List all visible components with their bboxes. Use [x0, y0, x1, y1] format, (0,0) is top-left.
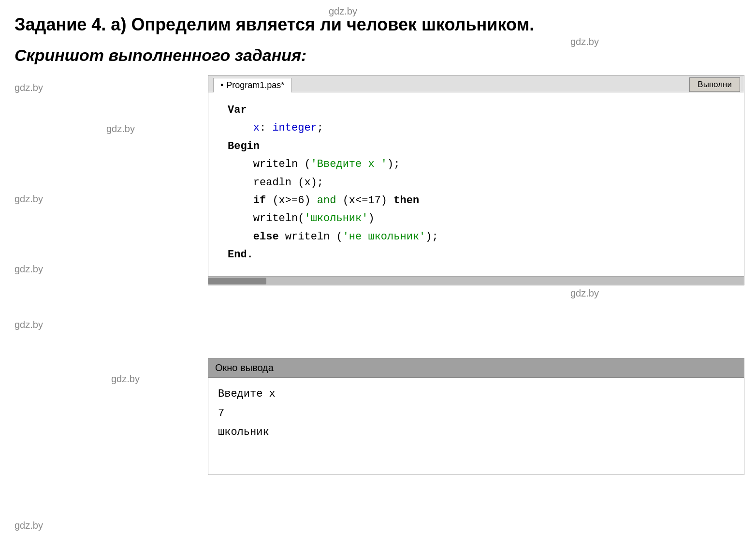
code-line-end: End.	[228, 246, 734, 264]
code-line-begin: Begin	[228, 137, 734, 155]
output-window: Окно вывода Введите x 7 школьник	[208, 358, 744, 475]
page-title: Задание 4. а) Определим является ли чело…	[15, 15, 741, 35]
ide-scrollbar-thumb[interactable]	[208, 278, 266, 284]
code-line-else: else writeln ('не школьник');	[228, 228, 734, 246]
output-line-2: 7	[218, 404, 734, 423]
output-body: Введите x 7 школьник	[208, 378, 744, 475]
run-button[interactable]: Выполни	[689, 77, 740, 92]
watermark-14: gdz.by	[15, 520, 43, 531]
code-line-x-integer: x: integer;	[228, 119, 734, 137]
code-line-readln: readln (x);	[228, 174, 734, 192]
output-line-3: школьник	[218, 423, 734, 442]
watermark-9: gdz.by	[570, 288, 599, 299]
ide-tab-label: Program1.pas*	[226, 80, 284, 90]
watermark-2: gdz.by	[570, 36, 599, 47]
output-header: Окно вывода	[208, 358, 744, 378]
ide-window: Program1.pas* Выполни Var x: integer; Be…	[208, 75, 744, 285]
watermark-8: gdz.by	[15, 264, 43, 275]
watermark-3: gdz.by	[15, 82, 43, 93]
page-subtitle: Скриншот выполненного задания:	[15, 46, 306, 65]
ide-tab[interactable]: Program1.pas*	[213, 78, 291, 92]
watermark-11: gdz.by	[111, 373, 140, 385]
code-line-writeln2: writeln('школьник')	[228, 209, 734, 227]
watermark-6: gdz.by	[15, 193, 43, 205]
ide-tab-bar: Program1.pas* Выполни	[208, 75, 744, 92]
watermark-10: gdz.by	[15, 319, 43, 330]
output-line-1: Введите x	[218, 385, 734, 404]
code-line-writeln1: writeln ('Введите x ');	[228, 155, 734, 173]
watermark-4: gdz.by	[106, 123, 135, 134]
code-line-var: Var	[228, 101, 734, 119]
ide-scrollbar[interactable]	[208, 276, 744, 285]
ide-code-area: Var x: integer; Begin writeln ('Введите …	[208, 92, 744, 276]
code-line-if: if (x>=6) and (x<=17) then	[228, 192, 734, 209]
